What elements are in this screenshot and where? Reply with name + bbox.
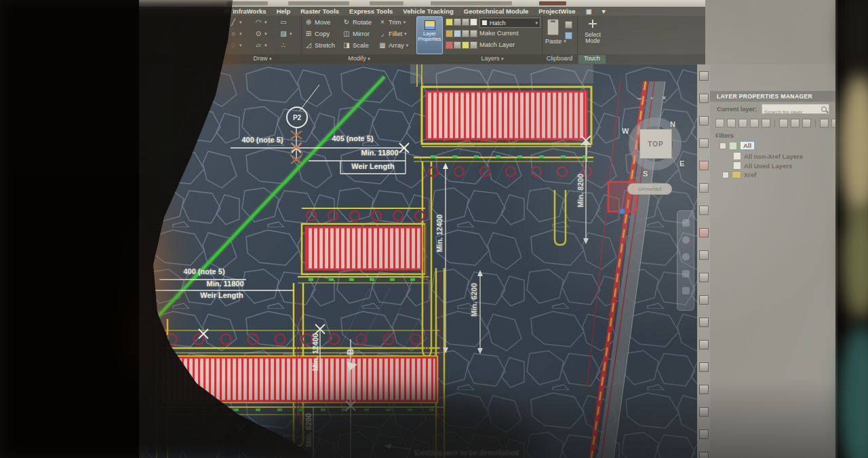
toolbar-icon[interactable] <box>699 407 709 417</box>
layer-on-icon[interactable] <box>446 18 453 26</box>
layer-tool-icon[interactable] <box>454 41 461 49</box>
layer-tool-icon[interactable] <box>446 41 453 49</box>
tree-item-non-xref[interactable]: All non-Xref Layers <box>733 152 803 160</box>
freeze-layer-icon[interactable] <box>802 119 811 128</box>
layer-search-box[interactable] <box>762 104 829 114</box>
select-mode-button[interactable]: Select Mode <box>580 32 605 44</box>
layers-panel-label[interactable]: Layers ▾ <box>443 55 542 62</box>
make-current-button[interactable]: Make Current <box>479 29 519 37</box>
toolbar-icon[interactable] <box>699 340 709 349</box>
tree-item-all[interactable]: All <box>719 141 755 150</box>
save-icon[interactable] <box>565 32 572 39</box>
toolbar-icon[interactable] <box>699 94 709 103</box>
delete-layer-icon[interactable] <box>738 119 747 128</box>
toolbar-icon[interactable] <box>699 116 709 126</box>
match-layer-button[interactable]: Match Layer <box>479 41 515 48</box>
toolbar-icon[interactable] <box>699 138 709 148</box>
top-wash <box>410 64 593 83</box>
draw-tool-button[interactable]: ▭ <box>279 18 288 26</box>
array-button[interactable]: ▦Array▾ <box>378 41 408 49</box>
layer-states-icon[interactable] <box>762 119 770 128</box>
toolbar-icon[interactable] <box>699 295 709 305</box>
toolbar-icon[interactable] <box>699 385 709 394</box>
new-vp-frozen-layer-icon[interactable] <box>727 119 736 128</box>
draw-tool-button[interactable]: ▱▾ <box>254 41 267 49</box>
copy-icon: ⊞ <box>304 30 313 37</box>
layer-tool-icon[interactable] <box>462 41 469 49</box>
draw-tool-button[interactable]: ╱▾ <box>229 18 242 26</box>
toolbar-icon[interactable] <box>699 228 709 237</box>
draw-tool-button[interactable]: ⊙▾ <box>254 30 267 37</box>
toolbar-icon[interactable] <box>699 183 709 193</box>
mirror-button[interactable]: ◫Mirror <box>342 30 370 37</box>
pan-icon[interactable] <box>682 219 690 227</box>
toolbar-icon[interactable] <box>699 318 709 327</box>
move-button[interactable]: ⊕Move <box>304 18 330 26</box>
draw-tool-button[interactable]: ∴ <box>279 41 288 49</box>
layer-properties-button[interactable]: Layer Properties <box>416 16 443 54</box>
menu-item-express-tools[interactable]: Express Tools <box>349 7 393 15</box>
restore-icon[interactable]: ▫ <box>650 94 653 102</box>
viewcube-west[interactable]: W <box>622 127 629 135</box>
toolbar-icon[interactable] <box>699 206 709 215</box>
menu-item-projectwise[interactable]: ProjectWise <box>538 7 575 15</box>
tree-item-xref[interactable]: Xref <box>722 171 756 178</box>
layer-lock-icon[interactable] <box>462 18 469 26</box>
layer-combo[interactable]: Hatch ▾ <box>479 18 540 28</box>
unisolate-layer-icon[interactable] <box>791 119 800 128</box>
minimize-icon[interactable]: – <box>637 94 642 102</box>
viewcube-east[interactable]: E <box>679 159 684 168</box>
menu-item-raster-tools[interactable]: Raster Tools <box>300 7 339 15</box>
set-current-layer-icon[interactable] <box>750 119 759 128</box>
menu-item-geotechnical-module[interactable]: Geotechnical Module <box>464 7 529 15</box>
toolbar-icon[interactable] <box>699 161 709 170</box>
draw-tool-button[interactable]: ○▾ <box>229 30 242 37</box>
viewcube-south[interactable]: S <box>643 170 648 178</box>
viewcube-top-face[interactable]: TOP <box>639 129 672 159</box>
toolbar-icon[interactable] <box>699 71 709 81</box>
layer-tool-icon[interactable] <box>454 30 461 37</box>
rotate-button[interactable]: ↻Rotate <box>342 18 372 26</box>
tree-item-used[interactable]: All Used Layers <box>733 161 792 170</box>
layer-tool-icon[interactable] <box>462 30 469 37</box>
layer-color-icon[interactable] <box>470 18 477 26</box>
layer-tool-icon[interactable] <box>470 41 477 49</box>
modify-panel-label[interactable]: Modify ▾ <box>302 55 416 62</box>
new-layer-icon[interactable] <box>715 119 724 128</box>
layer-search-input[interactable] <box>762 108 822 117</box>
touch-tab-label[interactable]: Touch <box>578 55 606 64</box>
viewcube-north[interactable]: N <box>670 120 675 128</box>
layer-freeze-icon[interactable] <box>454 18 461 26</box>
toolbar-icon[interactable] <box>699 430 709 439</box>
menu-app-icon[interactable]: ▣ <box>586 7 592 15</box>
toolbar-icon[interactable] <box>699 452 709 458</box>
steering-wheel-icon[interactable] <box>682 270 690 278</box>
refresh-icon[interactable] <box>820 119 829 128</box>
copy-clip-icon[interactable] <box>565 21 572 28</box>
toolbar-icon[interactable] <box>699 362 709 372</box>
draw-tool-button[interactable]: ◠▾ <box>254 18 267 26</box>
draw-tool-button[interactable]: ◌▾ <box>229 41 242 49</box>
expand-icon[interactable] <box>722 172 729 178</box>
orbit-icon[interactable] <box>682 253 690 261</box>
layer-tool-icon[interactable] <box>470 30 477 37</box>
copy-button[interactable]: ⊞Copy <box>304 30 330 37</box>
draw-panel-label[interactable]: Draw ▾ <box>224 55 301 62</box>
close-icon[interactable]: × <box>662 94 666 102</box>
zoom-icon[interactable] <box>682 236 690 244</box>
toolbar-icon[interactable] <box>699 273 709 282</box>
showmotion-icon[interactable] <box>682 287 690 294</box>
layer-tool-icon[interactable] <box>446 30 453 37</box>
draw-tool-button[interactable]: ▨▾ <box>279 30 292 37</box>
trim-button[interactable]: ×Trim▾ <box>378 18 406 26</box>
collapse-icon[interactable] <box>719 142 726 149</box>
menu-item-vehicle-tracking[interactable]: Vehicle Tracking <box>403 7 453 15</box>
fillet-button[interactable]: ◞Fillet▾ <box>378 30 407 37</box>
scale-button[interactable]: ◨Scale <box>342 41 369 49</box>
paste-button[interactable]: Paste▾ <box>545 37 566 45</box>
menu-item-help[interactable]: Help <box>277 7 291 15</box>
toolbar-icon[interactable] <box>699 250 709 260</box>
isolate-layer-icon[interactable] <box>779 119 788 128</box>
navigation-bar[interactable] <box>677 210 694 311</box>
stretch-button[interactable]: ◿Stretch <box>304 41 335 49</box>
